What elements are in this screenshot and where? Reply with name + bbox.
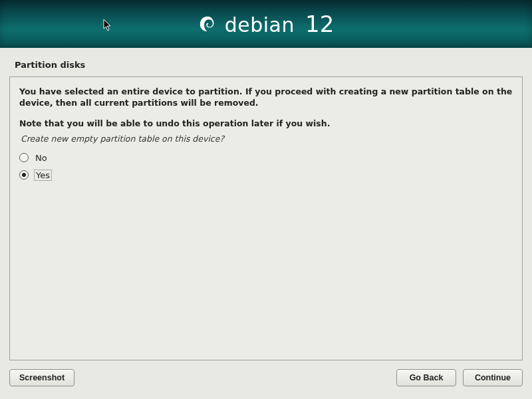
button-bar: Screenshot Go Back Continue (0, 366, 532, 399)
radio-group: No Yes (19, 153, 513, 181)
go-back-button[interactable]: Go Back (396, 369, 456, 386)
warning-message-2: Note that you will be able to undo this … (19, 118, 513, 130)
debian-swirl-icon (198, 15, 217, 33)
continue-button[interactable]: Continue (463, 369, 523, 386)
product-name: debian (225, 13, 295, 37)
radio-label-no: No (34, 153, 49, 163)
radio-icon (19, 170, 29, 180)
installer-header: debian 12 (0, 0, 532, 48)
radio-icon (19, 153, 29, 162)
radio-label-yes: Yes (34, 170, 52, 181)
debian-logo: debian 12 (198, 11, 334, 37)
page-title: Partition disks (15, 60, 517, 70)
warning-message-1: You have selected an entire device to pa… (19, 86, 513, 109)
title-area: Partition disks (0, 48, 532, 76)
radio-option-yes[interactable]: Yes (19, 170, 52, 181)
radio-option-no[interactable]: No (19, 153, 49, 163)
content-panel: You have selected an entire device to pa… (9, 76, 523, 360)
product-version: 12 (305, 11, 334, 37)
prompt-question: Create new empty partition table on this… (21, 134, 513, 144)
screenshot-button[interactable]: Screenshot (9, 369, 74, 386)
